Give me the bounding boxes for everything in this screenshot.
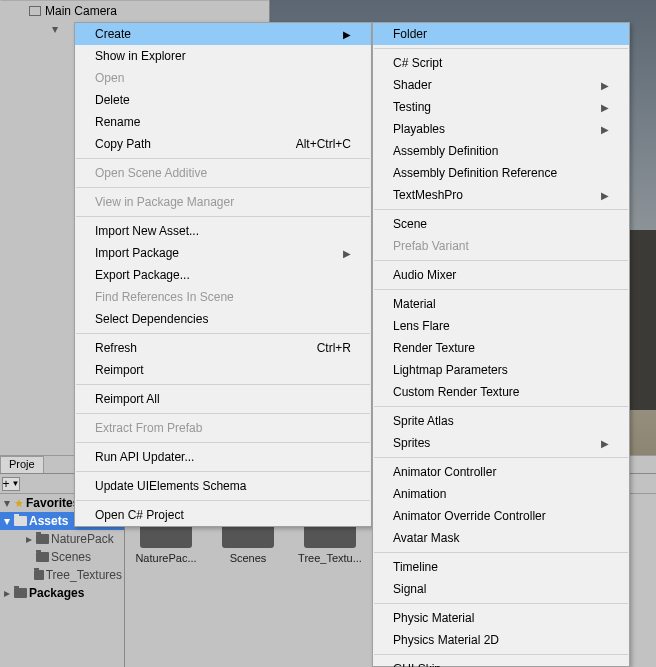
add-button[interactable]: +▼: [2, 477, 20, 491]
menu-label: Playables: [393, 122, 445, 136]
menu-select-dependencies[interactable]: Select Dependencies: [75, 308, 371, 330]
menu-import-new-asset[interactable]: Import New Asset...: [75, 220, 371, 242]
menu-folder[interactable]: Folder: [373, 23, 629, 45]
menu-custom-render-texture[interactable]: Custom Render Texture: [373, 381, 629, 403]
menu-gui-skin[interactable]: GUI Skin: [373, 658, 629, 667]
tree-label: NaturePack: [51, 532, 114, 546]
tree-label: Tree_Textures: [46, 568, 122, 582]
menu-label: Extract From Prefab: [95, 421, 202, 435]
menu-label: View in Package Manager: [95, 195, 234, 209]
menu-label: Export Package...: [95, 268, 190, 282]
hierarchy-item-label: Main Camera: [45, 4, 117, 18]
hierarchy-item-main-camera[interactable]: Main Camera: [0, 0, 269, 22]
menu-audio-mixer[interactable]: Audio Mixer: [373, 264, 629, 286]
grid-label: NaturePac...: [131, 552, 201, 564]
menu-shortcut: Alt+Ctrl+C: [296, 137, 351, 151]
menu-label: Folder: [393, 27, 427, 41]
menu-material[interactable]: Material: [373, 293, 629, 315]
menu-playables[interactable]: Playables▶: [373, 118, 629, 140]
menu-label: Animator Controller: [393, 465, 496, 479]
menu-label: Shader: [393, 78, 432, 92]
menu-label: Run API Updater...: [95, 450, 194, 464]
menu-separator: [374, 603, 628, 604]
menu-testing[interactable]: Testing▶: [373, 96, 629, 118]
menu-label: Custom Render Texture: [393, 385, 520, 399]
menu-sprite-atlas[interactable]: Sprite Atlas: [373, 410, 629, 432]
tree-item-tree-textures[interactable]: Tree_Textures: [0, 566, 124, 584]
menu-scene[interactable]: Scene: [373, 213, 629, 235]
menu-assembly-def-ref[interactable]: Assembly Definition Reference: [373, 162, 629, 184]
expand-icon[interactable]: ▾: [52, 22, 58, 36]
menu-show-in-explorer[interactable]: Show in Explorer: [75, 45, 371, 67]
menu-refresh[interactable]: Refresh Ctrl+R: [75, 337, 371, 359]
menu-open-csharp[interactable]: Open C# Project: [75, 504, 371, 526]
menu-animator-override[interactable]: Animator Override Controller: [373, 505, 629, 527]
menu-separator: [76, 187, 370, 188]
create-submenu: Folder C# Script Shader▶ Testing▶ Playab…: [372, 22, 630, 667]
menu-shortcut: Ctrl+R: [317, 341, 351, 355]
expand-icon[interactable]: ▸: [24, 532, 34, 546]
menu-lens-flare[interactable]: Lens Flare: [373, 315, 629, 337]
menu-run-api-updater[interactable]: Run API Updater...: [75, 446, 371, 468]
menu-label: Physic Material: [393, 611, 474, 625]
menu-label: Reimport: [95, 363, 144, 377]
menu-export-package[interactable]: Export Package...: [75, 264, 371, 286]
menu-physics-material-2d[interactable]: Physics Material 2D: [373, 629, 629, 651]
submenu-arrow-icon: ▶: [601, 102, 609, 113]
folder-icon: [36, 552, 49, 562]
menu-delete[interactable]: Delete: [75, 89, 371, 111]
menu-separator: [76, 471, 370, 472]
menu-label: Sprites: [393, 436, 430, 450]
project-tab[interactable]: Proje: [0, 456, 44, 473]
folder-icon: [14, 588, 27, 598]
tree-packages[interactable]: ▸ Packages: [0, 584, 124, 602]
menu-separator: [76, 384, 370, 385]
menu-create[interactable]: Create ▶: [75, 23, 371, 45]
menu-extract-from-prefab: Extract From Prefab: [75, 417, 371, 439]
grid-label: Tree_Textu...: [295, 552, 365, 564]
menu-reimport-all[interactable]: Reimport All: [75, 388, 371, 410]
menu-update-uielements[interactable]: Update UIElements Schema: [75, 475, 371, 497]
menu-rename[interactable]: Rename: [75, 111, 371, 133]
menu-copy-path[interactable]: Copy Path Alt+Ctrl+C: [75, 133, 371, 155]
menu-lightmap-params[interactable]: Lightmap Parameters: [373, 359, 629, 381]
tree-item-naturepack[interactable]: ▸ NaturePack: [0, 530, 124, 548]
menu-label: C# Script: [393, 56, 442, 70]
menu-label: Create: [95, 27, 131, 41]
menu-label: GUI Skin: [393, 662, 441, 667]
expand-icon[interactable]: ▸: [2, 586, 12, 600]
menu-animator-controller[interactable]: Animator Controller: [373, 461, 629, 483]
menu-label: Open C# Project: [95, 508, 184, 522]
menu-label: Testing: [393, 100, 431, 114]
menu-signal[interactable]: Signal: [373, 578, 629, 600]
menu-label: Signal: [393, 582, 426, 596]
menu-textmeshpro[interactable]: TextMeshPro▶: [373, 184, 629, 206]
menu-separator: [374, 654, 628, 655]
chevron-down-icon: ▼: [12, 479, 20, 488]
menu-separator: [374, 552, 628, 553]
tree-item-scenes[interactable]: Scenes: [0, 548, 124, 566]
menu-label: Update UIElements Schema: [95, 479, 246, 493]
expand-icon[interactable]: ▾: [2, 514, 12, 528]
menu-label: Scene: [393, 217, 427, 231]
menu-assembly-def[interactable]: Assembly Definition: [373, 140, 629, 162]
menu-timeline[interactable]: Timeline: [373, 556, 629, 578]
menu-sprites[interactable]: Sprites▶: [373, 432, 629, 454]
context-menu: Create ▶ Show in Explorer Open Delete Re…: [74, 22, 372, 527]
menu-animation[interactable]: Animation: [373, 483, 629, 505]
menu-csharp-script[interactable]: C# Script: [373, 52, 629, 74]
tree-label: Packages: [29, 586, 84, 600]
expand-icon[interactable]: ▾: [2, 496, 12, 510]
menu-reimport[interactable]: Reimport: [75, 359, 371, 381]
menu-avatar-mask[interactable]: Avatar Mask: [373, 527, 629, 549]
submenu-arrow-icon: ▶: [601, 124, 609, 135]
menu-physic-material[interactable]: Physic Material: [373, 607, 629, 629]
menu-label: Open Scene Additive: [95, 166, 207, 180]
menu-import-package[interactable]: Import Package ▶: [75, 242, 371, 264]
menu-shader[interactable]: Shader▶: [373, 74, 629, 96]
menu-label: Assembly Definition Reference: [393, 166, 557, 180]
menu-render-texture[interactable]: Render Texture: [373, 337, 629, 359]
menu-separator: [374, 289, 628, 290]
menu-label: Delete: [95, 93, 130, 107]
menu-label: Import New Asset...: [95, 224, 199, 238]
